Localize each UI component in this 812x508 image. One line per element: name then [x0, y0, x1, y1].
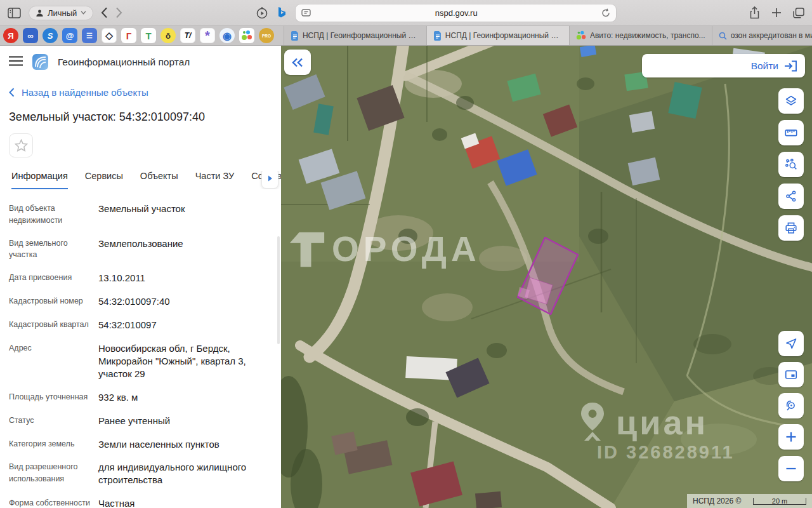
bookmark-avito-icon[interactable] — [239, 28, 254, 43]
back-to-results-link[interactable]: Назад в найденные объекты — [9, 87, 272, 98]
field-label: Площадь уточненная — [9, 391, 98, 404]
tab-services[interactable]: Сервисы — [85, 171, 123, 189]
chevron-left-icon — [9, 88, 15, 97]
map-attribution: НСПД 2026 © 20 m — [687, 494, 812, 508]
extension-bing-icon[interactable] — [277, 7, 287, 19]
forward-button[interactable] — [115, 7, 122, 18]
overview-map-button[interactable] — [778, 362, 804, 387]
browser-tab-search[interactable]: озон аккредитован в минцифра... — [712, 26, 812, 45]
menu-hamburger-icon[interactable] — [9, 56, 23, 69]
url-text: nspd.gov.ru — [311, 8, 601, 18]
bookmark-g-icon[interactable]: Г — [121, 28, 136, 43]
field-label: Вид объекта недвижимости — [9, 203, 98, 227]
bookmark-diamond-icon[interactable]: ◇ — [102, 28, 117, 43]
field-label: Кадастровый номер — [9, 295, 98, 308]
profile-button[interactable]: Личный — [29, 6, 93, 20]
share-icon[interactable] — [749, 6, 760, 19]
favorite-button[interactable] — [9, 133, 33, 157]
printer-icon — [784, 221, 798, 235]
tabs-scroll-right-button[interactable] — [261, 171, 278, 189]
field-label: Дата присвоения — [9, 272, 98, 284]
avito-dots-icon — [242, 30, 252, 41]
field-row: Кадастровый номер54:32:010097:40 — [0, 290, 281, 314]
tab-overview-icon[interactable] — [793, 8, 804, 18]
new-tab-icon[interactable] — [771, 8, 782, 18]
sidebar-toggle-icon[interactable] — [8, 8, 21, 18]
ruler-button[interactable] — [778, 120, 804, 145]
field-label: Форма собственности — [9, 497, 98, 508]
bookmark-tbank-icon[interactable]: T/ — [180, 28, 195, 43]
panel-scrollbar[interactable] — [277, 236, 280, 344]
page-settings-icon[interactable] — [301, 9, 311, 17]
share-nodes-icon — [785, 190, 797, 203]
browser-toolbar: Личный nspd.gov.ru — [0, 0, 812, 25]
collapse-panel-button[interactable] — [284, 50, 311, 75]
layers-button[interactable] — [778, 88, 804, 114]
field-value: 13.10.2011 — [98, 272, 272, 284]
bookmark-infinity-icon[interactable]: ∞ — [23, 28, 38, 43]
chevron-right-icon — [268, 175, 273, 182]
ruler-icon — [784, 126, 798, 140]
bookmark-pro-icon[interactable]: PRO — [259, 28, 274, 43]
object-search-button[interactable] — [778, 152, 804, 177]
map-view[interactable]: ОРОДА циан ID 326828911 Войти — [281, 46, 812, 508]
refresh-icon[interactable] — [601, 8, 610, 18]
bookmark-yandex-icon[interactable]: Я — [3, 28, 18, 43]
scale-bar: 20 m — [753, 498, 806, 505]
field-value: 54:32:010097 — [98, 319, 272, 331]
field-value: для индивидуального жилищного строительс… — [98, 461, 272, 486]
plus-icon — [785, 431, 797, 443]
zoom-out-button[interactable] — [778, 456, 804, 481]
back-button[interactable] — [101, 7, 108, 18]
field-label: Вид земельного участка — [9, 237, 98, 262]
tab-title: НСПД | Геоинформационный по... — [445, 31, 563, 40]
layers-icon — [784, 94, 798, 108]
attribution-text: НСПД 2026 © — [693, 497, 741, 505]
nspd-logo-icon — [32, 54, 48, 70]
info-panel: Геоинформационный портал Назад в найденн… — [0, 46, 281, 508]
search-place-button[interactable] — [778, 393, 804, 418]
bookmark-globe-icon[interactable]: ◉ — [219, 28, 235, 43]
tab-title: НСПД | Геоинформационный по... — [303, 31, 420, 40]
minus-icon — [785, 463, 797, 474]
bookmark-ozon-icon[interactable]: ō — [160, 28, 176, 43]
zoom-in-button[interactable] — [778, 424, 804, 450]
panel-header: Геоинформационный портал — [9, 54, 272, 70]
address-bar[interactable]: nspd.gov.ru — [296, 4, 616, 22]
bookmark-t-green-icon[interactable]: T — [141, 28, 156, 43]
print-button[interactable] — [778, 215, 804, 241]
browser-window: Личный nspd.gov.ru — [0, 0, 812, 508]
field-row: АдресНовосибирская обл, г Бердск, Микрор… — [0, 337, 281, 386]
star-icon — [15, 139, 28, 152]
bookmark-docs-icon[interactable]: ☰ — [82, 28, 97, 43]
attribute-list: Вид объекта недвижимостиЗемельный участо… — [0, 197, 281, 508]
field-value: Частная — [98, 497, 272, 508]
browser-tab-avito[interactable]: Авито: недвижимость, транспо... — [569, 26, 712, 45]
tab-information[interactable]: Информация — [11, 171, 68, 189]
tab-objects[interactable]: Объекты — [140, 171, 178, 189]
field-row: Площадь уточненная932 кв. м — [0, 386, 281, 410]
field-label: Вид разрешенного использования — [9, 461, 98, 486]
satellite-map[interactable] — [281, 46, 812, 508]
bookmark-star-icon[interactable]: * — [200, 28, 215, 43]
field-label: Статус — [9, 415, 98, 427]
scale-label: 20 m — [772, 498, 787, 505]
bookmark-mail-icon[interactable]: @ — [62, 28, 77, 43]
field-row: Дата присвоения13.10.2011 — [0, 267, 281, 290]
browser-tab-nspd-1[interactable]: НСПД | Геоинформационный по... — [284, 26, 426, 45]
field-row: Вид земельного участкаЗемлепользование — [0, 232, 281, 267]
field-label: Адрес — [9, 342, 98, 380]
browser-tab-nspd-2-active[interactable]: НСПД | Геоинформационный по... — [426, 26, 569, 45]
field-value: Землепользование — [98, 237, 272, 262]
object-search-icon — [784, 157, 798, 171]
login-button[interactable]: Войти — [642, 54, 805, 77]
locate-button[interactable] — [778, 331, 804, 356]
tab-parcel-parts[interactable]: Части ЗУ — [195, 171, 235, 189]
field-value: Ранее учтенный — [98, 415, 272, 427]
extension-timer-icon[interactable] — [256, 6, 268, 19]
field-row: Кадастровый квартал54:32:010097 — [0, 314, 281, 337]
bookmark-swoosh-icon[interactable]: S — [43, 28, 58, 43]
field-row: Категория земельЗемли населенных пунктов — [0, 433, 281, 457]
field-value: Земли населенных пунктов — [98, 438, 272, 451]
share-map-button[interactable] — [778, 184, 804, 209]
